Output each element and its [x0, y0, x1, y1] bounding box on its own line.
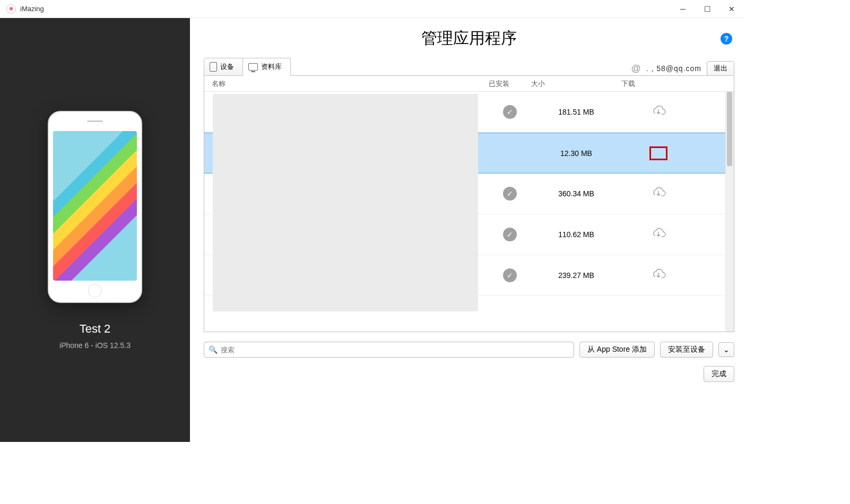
cloud-download-icon — [651, 187, 666, 198]
cell-download — [621, 268, 696, 282]
sidebar: Test 2 iPhone 6 - iOS 12.5.3 — [0, 18, 190, 442]
scrollbar-thumb[interactable] — [727, 92, 732, 166]
phone-home-button-icon — [88, 284, 102, 298]
monitor-icon — [248, 63, 258, 71]
cloud-download-icon — [651, 268, 666, 280]
minimize-button[interactable]: ─ — [671, 0, 695, 18]
installed-check-icon: ✓ — [503, 268, 517, 282]
cell-download — [621, 146, 696, 160]
installed-check-icon: ✓ — [503, 105, 517, 119]
cloud-download-icon — [651, 105, 666, 117]
installed-check-icon: ✓ — [503, 228, 517, 241]
app-logo-icon: ❋ — [6, 4, 16, 14]
table-header-row: 名称 已安装 大小 下载 — [204, 76, 734, 92]
device-name: Test 2 — [80, 322, 111, 336]
download-button[interactable] — [650, 187, 666, 201]
account-email: . , 58@qq.com — [646, 64, 701, 73]
cell-size: 239.27 MB — [531, 271, 621, 280]
cell-installed: ✓ — [489, 187, 531, 201]
col-header-name[interactable]: 名称 — [204, 79, 489, 89]
account-area: @ . , 58@qq.com 退出 — [631, 61, 734, 76]
main-panel: 管理应用程序 ? 设备 资料库 @ . , 58@qq.com 退出 — [190, 18, 744, 442]
col-header-installed[interactable]: 已安装 — [489, 79, 531, 89]
download-button[interactable] — [650, 105, 666, 119]
cell-installed: ✓ — [489, 228, 531, 241]
cell-size: 360.34 MB — [531, 189, 621, 198]
phone-speaker-icon — [87, 120, 103, 122]
device-preview[interactable] — [48, 111, 142, 303]
cell-download — [621, 105, 696, 119]
install-to-device-button[interactable]: 安装至设备 — [660, 342, 713, 358]
search-input[interactable] — [221, 346, 569, 354]
app-table: 名称 已安装 大小 下载 ✓181.51 MB12.30 MB✓360.34 M… — [204, 75, 734, 332]
app-title: iMazing — [20, 5, 44, 13]
maximize-button[interactable]: ☐ — [695, 0, 719, 18]
search-box[interactable]: 🔍 — [204, 342, 574, 358]
footer: 完成 — [204, 366, 734, 382]
bottom-bar: 🔍 从 App Store 添加 安装至设备 ⌄ — [204, 342, 734, 358]
tab-library[interactable]: 资料库 — [242, 58, 291, 76]
install-dropdown-button[interactable]: ⌄ — [718, 342, 734, 357]
titlebar: ❋ iMazing ─ ☐ ✕ — [0, 0, 744, 18]
at-icon: @ — [631, 63, 640, 74]
cell-size: 181.51 MB — [531, 108, 621, 116]
col-header-download[interactable]: 下载 — [621, 79, 696, 89]
download-button[interactable] — [650, 228, 666, 241]
toolbar-row: 设备 资料库 @ . , 58@qq.com 退出 — [204, 58, 734, 76]
done-button[interactable]: 完成 — [704, 366, 734, 382]
tab-library-label: 资料库 — [261, 62, 282, 72]
window-controls: ─ ☐ ✕ — [671, 0, 744, 18]
logout-button[interactable]: 退出 — [707, 61, 734, 76]
table-body: ✓181.51 MB12.30 MB✓360.34 MB✓110.62 MB✓2… — [204, 92, 734, 332]
device-icon — [210, 62, 217, 72]
download-button[interactable] — [649, 146, 667, 160]
page-title: 管理应用程序 — [421, 28, 517, 49]
scrollbar[interactable] — [725, 92, 734, 332]
cloud-download-icon — [651, 228, 666, 239]
tab-device[interactable]: 设备 — [204, 58, 242, 76]
cell-installed: ✓ — [489, 268, 531, 282]
cell-size: 110.62 MB — [531, 230, 621, 239]
search-icon: 🔍 — [209, 345, 218, 354]
device-info: iPhone 6 - iOS 12.5.3 — [59, 341, 131, 350]
add-from-appstore-button[interactable]: 从 App Store 添加 — [579, 342, 655, 358]
content: Test 2 iPhone 6 - iOS 12.5.3 管理应用程序 ? 设备… — [0, 18, 744, 442]
tab-device-label: 设备 — [220, 62, 234, 72]
phone-screen — [53, 131, 137, 281]
cell-installed: ✓ — [489, 105, 531, 119]
cell-download — [621, 187, 696, 201]
cell-download — [621, 228, 696, 241]
name-column-overlay — [213, 94, 478, 311]
tabs: 设备 资料库 — [204, 58, 291, 76]
help-icon[interactable]: ? — [721, 33, 732, 45]
page-header: 管理应用程序 ? — [204, 28, 734, 49]
close-button[interactable]: ✕ — [719, 0, 744, 18]
installed-check-icon: ✓ — [503, 187, 517, 201]
titlebar-left: ❋ iMazing — [6, 4, 44, 14]
cell-size: 12.30 MB — [531, 149, 621, 158]
download-button[interactable] — [650, 268, 666, 282]
col-header-size[interactable]: 大小 — [531, 79, 621, 89]
